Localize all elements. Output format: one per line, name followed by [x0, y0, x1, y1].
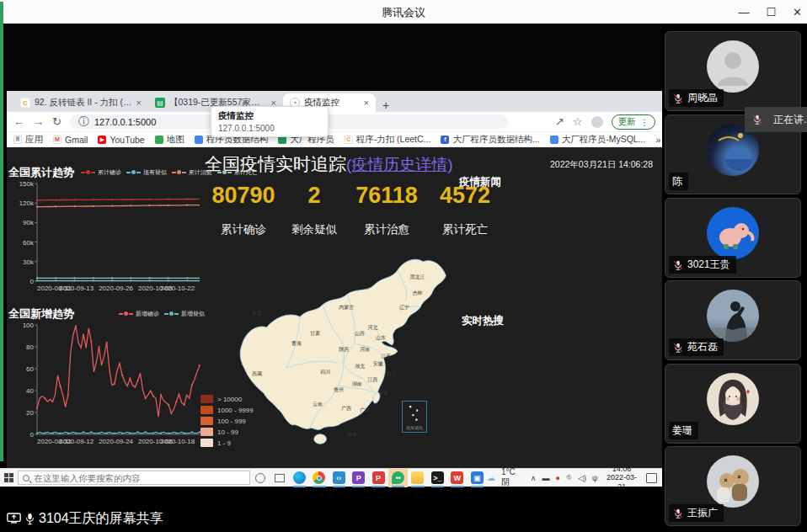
- forward-icon[interactable]: →: [33, 115, 44, 128]
- ide-purple-icon[interactable]: P: [349, 469, 368, 487]
- edge-icon[interactable]: [290, 469, 309, 487]
- map-legend-item: 10 - 99: [200, 428, 254, 436]
- stat-deaths: 4572累计死亡: [429, 183, 501, 237]
- svg-text:2020-09-26: 2020-09-26: [99, 285, 133, 292]
- bookmark-youtube[interactable]: ▶YouTube: [98, 135, 144, 145]
- cortana-icon[interactable]: [250, 469, 270, 487]
- legend-item[interactable]: 累计确诊: [81, 168, 121, 177]
- svg-text:2020-09-12: 2020-09-12: [59, 438, 94, 445]
- bookmark-leetcode[interactable]: C程序-力扣 (LeetC...: [345, 134, 431, 146]
- windows-logo-icon: [4, 473, 13, 482]
- sheets-favicon: ▤: [155, 98, 165, 108]
- screen-share-bar: 3104王庆的屏幕共享: [2, 508, 168, 529]
- bookmark-star-icon[interactable]: ☆: [573, 115, 583, 128]
- epidemic-dashboard: 全国疫情实时追踪(疫情历史详情) 2022年03月21日 14:06:28 疫情…: [7, 147, 662, 468]
- tray-red-dot-icon[interactable]: ●: [555, 474, 559, 482]
- meeting-window-title: 腾讯会议: [0, 5, 807, 20]
- province-label: 青海: [291, 340, 302, 348]
- province-label: 云南: [313, 401, 323, 408]
- bookmarks-overflow-icon[interactable]: »: [655, 135, 660, 145]
- tencent-meeting-icon[interactable]: ▣: [468, 469, 487, 487]
- legend-item[interactable]: 累计治愈: [172, 168, 212, 177]
- gmail-icon: M: [53, 136, 61, 144]
- svg-text:2020-10-22: 2020-10-22: [160, 285, 195, 292]
- chart-plot-area: 030k60k90k120k150k2020-08-312020-09-1320…: [8, 178, 205, 293]
- profile-avatar-icon[interactable]: [591, 116, 603, 128]
- province-label: 河北: [368, 324, 378, 332]
- participant-name: 陈: [672, 174, 682, 189]
- wechat-icon[interactable]: ••: [388, 469, 408, 487]
- map-legend-item: > 10000: [200, 395, 254, 403]
- legend-item[interactable]: 现有疑似: [126, 168, 167, 177]
- new-tab-button[interactable]: +: [382, 98, 389, 112]
- taskbar-search[interactable]: [18, 471, 249, 485]
- legend-item[interactable]: 新增疑似: [164, 310, 205, 318]
- province-label: 甘肃: [310, 330, 320, 338]
- vscode-icon[interactable]: ‹›: [329, 469, 349, 487]
- search-input[interactable]: [34, 473, 244, 483]
- bookmarks-bar: ⠿应用MGmail▶YouTube地图程序员数据结构大厂程序员C程序-力扣 (L…: [7, 132, 662, 147]
- maximize-button[interactable]: ☐: [766, 6, 776, 19]
- svg-text:120k: 120k: [19, 200, 35, 207]
- map-legend-item: 1 - 9: [200, 439, 254, 447]
- mic-muted-icon: [672, 93, 684, 104]
- site-info-icon[interactable]: ⓘ: [78, 114, 89, 130]
- default-avatar: [707, 40, 759, 93]
- history-detail-link[interactable]: (疫情历史详情): [346, 156, 453, 173]
- tray-usb-icon[interactable]: ψ: [592, 474, 597, 482]
- bookmark-doc-blue2[interactable]: 大厂程序员-MySQL...: [550, 134, 646, 146]
- task-view-icon[interactable]: [270, 469, 289, 487]
- participant-tile-3[interactable]: 3021王贵: [665, 198, 801, 278]
- chrome-update-button[interactable]: 更新 ⋮: [612, 114, 656, 130]
- share-icon[interactable]: ↗: [555, 115, 564, 128]
- province-label: 西藏: [252, 370, 262, 378]
- participant-tile-4[interactable]: 苑石磊: [665, 280, 801, 360]
- background-window-edge: [0, 2, 3, 461]
- file-explorer-icon[interactable]: [408, 469, 427, 487]
- close-button[interactable]: ✕: [793, 6, 802, 19]
- province-label: 河南: [360, 346, 370, 354]
- back-icon[interactable]: ←: [13, 115, 24, 128]
- pycharm-icon[interactable]: P: [368, 469, 387, 487]
- clock[interactable]: 14:06 2022-03-21: [603, 465, 639, 491]
- legend-item[interactable]: 新增确诊: [119, 310, 159, 318]
- stat-confirmed: 80790累计确诊: [203, 183, 284, 237]
- reload-icon[interactable]: ↻: [52, 115, 61, 128]
- tray-caret-icon[interactable]: ∧: [531, 474, 537, 482]
- tab-close-icon[interactable]: ×: [136, 98, 142, 108]
- province-label: 江苏: [381, 352, 391, 359]
- legend-item[interactable]: 累计死亡: [217, 168, 258, 177]
- minimize-button[interactable]: —: [738, 6, 749, 19]
- province-label: 广东: [360, 407, 370, 414]
- bookmark-apps-grid[interactable]: ⠿应用: [13, 134, 43, 146]
- province-label: 福建: [378, 388, 388, 396]
- tray-network-icon[interactable]: ⛗: [566, 473, 572, 482]
- browser-navbar: ← → ↻ ⓘ 127.0.0.1:5000 ↗ ☆ 更新 ⋮: [7, 112, 662, 132]
- terminal-icon[interactable]: >_: [428, 469, 447, 487]
- south-china-sea-inset: 南海诸岛: [402, 401, 427, 433]
- province-label: 安徽: [373, 360, 383, 368]
- tab-leetcode[interactable]: C 92. 反转链表 II - 力扣 (LeetCod ×: [13, 93, 148, 112]
- wps-icon[interactable]: W: [447, 469, 467, 487]
- participant-tile-6[interactable]: 王振广: [665, 446, 801, 526]
- tray-display-icon[interactable]: ▬: [542, 474, 549, 482]
- tab-tooltip: 疫情监控 127.0.0.1:5000: [211, 106, 329, 137]
- svg-text:150k: 150k: [19, 180, 35, 188]
- participant-tile-5[interactable]: 姜珊: [665, 364, 801, 444]
- start-button[interactable]: [0, 473, 18, 482]
- bookmark-gmail[interactable]: MGmail: [53, 135, 88, 145]
- stats-row: 80790累计确诊 2剩余疑似 76118累计治愈 4572累计死亡: [203, 183, 501, 237]
- stat-cured: 76118累计治愈: [345, 183, 429, 237]
- tray-volume-icon[interactable]: ◁): [578, 474, 586, 482]
- kebab-menu-icon[interactable]: ⋮: [640, 117, 649, 127]
- tab-close-icon[interactable]: ×: [364, 98, 369, 108]
- weather-text[interactable]: 1°C 阴: [501, 467, 525, 488]
- action-center-icon[interactable]: [646, 473, 657, 483]
- participant-name: 王振广: [687, 506, 718, 520]
- svg-text:40: 40: [26, 387, 34, 395]
- stat-suspected: 2剩余疑似: [284, 183, 345, 237]
- bookmark-maps[interactable]: 地图: [155, 134, 184, 146]
- bookmark-community[interactable]: f大厂程序员数据结构...: [441, 134, 539, 146]
- participant-tile-1[interactable]: 周晓晶: [665, 31, 801, 111]
- chrome-icon[interactable]: [309, 469, 329, 487]
